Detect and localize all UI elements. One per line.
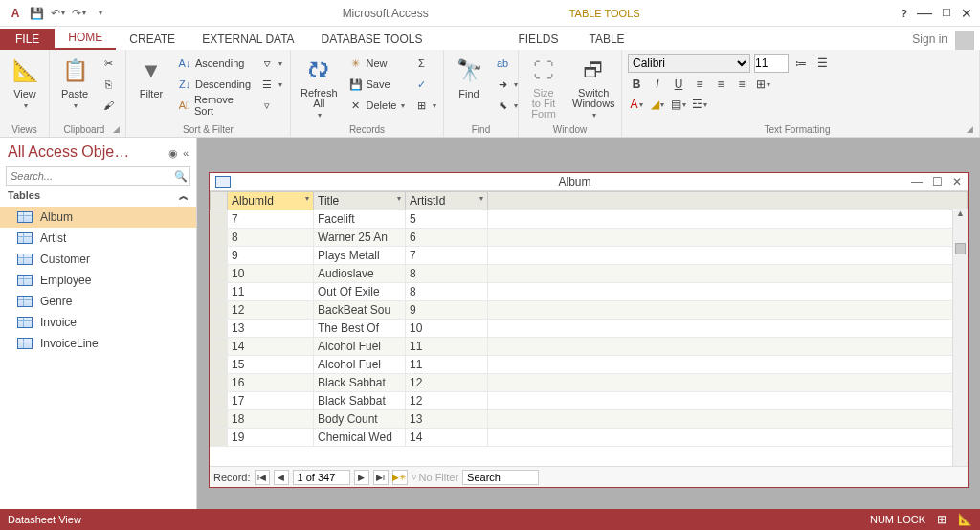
gridlines-button[interactable]: ⊞▾	[754, 76, 771, 93]
replace-button[interactable]: ab	[494, 54, 520, 73]
table-row[interactable]: 15Alcohol Fuel11	[211, 356, 968, 374]
nav-collapse-icon[interactable]: «	[183, 147, 189, 159]
cell[interactable]: 8	[406, 265, 488, 283]
nav-header[interactable]: All Access Obje… ◉ «	[0, 138, 196, 166]
row-selector[interactable]	[211, 301, 228, 320]
row-selector[interactable]	[211, 392, 228, 410]
nav-item-employee[interactable]: Employee	[0, 270, 196, 291]
column-dropdown-icon[interactable]: ▾	[305, 194, 309, 203]
ascending-button[interactable]: A↓Ascending	[176, 54, 253, 73]
table-row[interactable]: 16Black Sabbat12	[211, 374, 968, 392]
table-row[interactable]: 7Facelift5	[211, 210, 968, 229]
column-header-albumid[interactable]: AlbumId▾	[228, 192, 314, 210]
cell[interactable]: Warner 25 An	[314, 229, 406, 247]
cell[interactable]: 11	[228, 283, 314, 301]
cell[interactable]: 11	[406, 356, 488, 374]
qat-customize-icon[interactable]: ▾	[92, 6, 107, 21]
scroll-up-icon[interactable]: ▲	[953, 209, 968, 218]
undo-icon[interactable]: ↶▾	[50, 6, 65, 21]
nav-search[interactable]: 🔍	[6, 166, 190, 186]
align-left-button[interactable]: ≡	[691, 76, 708, 93]
selection-filter-button[interactable]: 🜄▾	[258, 54, 284, 73]
filter-indicator[interactable]: ▿No Filter	[412, 471, 459, 483]
tab-file[interactable]: FILE	[0, 29, 55, 50]
row-selector[interactable]	[211, 338, 228, 356]
nav-item-album[interactable]: Album	[0, 207, 196, 228]
cell[interactable]: Alcohol Fuel	[314, 356, 406, 374]
record-position-input[interactable]	[293, 470, 350, 485]
view-button[interactable]: 📐 View ▾	[6, 54, 44, 112]
font-color-button[interactable]: A▾	[628, 96, 645, 113]
nav-section-tables[interactable]: Tables ︽	[0, 186, 196, 207]
cell[interactable]: 10	[228, 265, 314, 283]
nav-dropdown-icon[interactable]: ◉	[168, 147, 178, 159]
cell[interactable]: 10	[406, 320, 488, 338]
cell[interactable]: Plays Metall	[314, 247, 406, 265]
more-records-button[interactable]: ⊞▾	[412, 96, 438, 115]
cell[interactable]: 15	[228, 356, 314, 374]
datasheet-view-switch-icon[interactable]: ⊞	[937, 513, 947, 526]
cell[interactable]: 18	[228, 410, 314, 429]
cell[interactable]: Audioslave	[314, 265, 406, 283]
toggle-filter-button[interactable]: ▿	[258, 96, 284, 115]
underline-button[interactable]: U	[670, 76, 687, 93]
align-center-button[interactable]: ≡	[712, 76, 729, 93]
new-record-button[interactable]: ✳New	[347, 54, 408, 73]
cell[interactable]: 9	[228, 247, 314, 265]
window-minimize-icon[interactable]: —	[917, 5, 932, 22]
cell[interactable]: 13	[406, 410, 488, 429]
table-row[interactable]: 10Audioslave8	[211, 265, 968, 283]
cell[interactable]: BackBeat Sou	[314, 301, 406, 320]
fill-color-button[interactable]: ◢▾	[649, 96, 666, 113]
cell[interactable]: 11	[406, 338, 488, 356]
goto-button[interactable]: ➜▾	[494, 75, 520, 94]
column-dropdown-icon[interactable]: ▾	[397, 194, 401, 203]
nav-item-artist[interactable]: Artist	[0, 228, 196, 249]
row-selector[interactable]	[211, 320, 228, 338]
cell[interactable]: 16	[228, 374, 314, 392]
cell[interactable]: 19	[228, 429, 314, 447]
cell[interactable]: Chemical Wed	[314, 429, 406, 447]
user-avatar-icon[interactable]	[955, 31, 974, 50]
window-maximize-icon[interactable]: ☐	[942, 7, 951, 19]
save-record-button[interactable]: 💾Save	[347, 75, 408, 94]
nav-first-button[interactable]: I◀	[255, 470, 270, 485]
select-button[interactable]: ⬉▾	[494, 96, 520, 115]
cell[interactable]: 8	[406, 283, 488, 301]
cell[interactable]: 5	[406, 210, 488, 229]
font-size-input[interactable]	[754, 54, 789, 73]
row-selector[interactable]	[211, 374, 228, 392]
row-selector[interactable]	[211, 265, 228, 283]
cell[interactable]: 14	[228, 338, 314, 356]
copy-button[interactable]: ⎘	[100, 75, 117, 94]
filter-button[interactable]: ▼ Filter	[132, 54, 170, 101]
window-close-icon[interactable]: ✕	[961, 6, 972, 21]
column-header-artistid[interactable]: ArtistId▾	[406, 192, 488, 210]
nav-item-invoiceline[interactable]: InvoiceLine	[0, 333, 196, 354]
nav-item-genre[interactable]: Genre	[0, 291, 196, 312]
font-family-select[interactable]: Calibri	[628, 54, 750, 73]
nav-prev-button[interactable]: ◀	[274, 470, 289, 485]
refresh-all-button[interactable]: 🗘 Refresh All ▾	[297, 54, 342, 121]
row-selector[interactable]	[211, 247, 228, 265]
tab-table[interactable]: TABLE	[575, 29, 637, 50]
paste-button[interactable]: 📋 Paste ▾	[56, 54, 94, 112]
cell[interactable]: Out Of Exile	[314, 283, 406, 301]
alt-row-color-button[interactable]: ▤▾	[670, 96, 687, 113]
table-row[interactable]: 14Alcohol Fuel11	[211, 338, 968, 356]
table-row[interactable]: 13The Best Of 10	[211, 320, 968, 338]
cell[interactable]: 12	[406, 374, 488, 392]
cell[interactable]: 13	[228, 320, 314, 338]
cell[interactable]: 7	[228, 210, 314, 229]
descending-button[interactable]: Z↓Descending	[176, 75, 253, 94]
nav-search-input[interactable]	[7, 168, 172, 184]
vertical-scrollbar[interactable]: ▲	[952, 209, 968, 466]
table-row[interactable]: 17Black Sabbat12	[211, 392, 968, 410]
child-window-titlebar[interactable]: Album — ☐ ✕	[210, 173, 968, 191]
cell[interactable]: Body Count	[314, 410, 406, 429]
cell[interactable]: Black Sabbat	[314, 392, 406, 410]
tab-home[interactable]: HOME	[55, 27, 116, 50]
remove-sort-button[interactable]: A⃠Remove Sort	[176, 96, 253, 115]
align-right-button[interactable]: ≡	[733, 76, 750, 93]
row-selector[interactable]	[211, 410, 228, 429]
